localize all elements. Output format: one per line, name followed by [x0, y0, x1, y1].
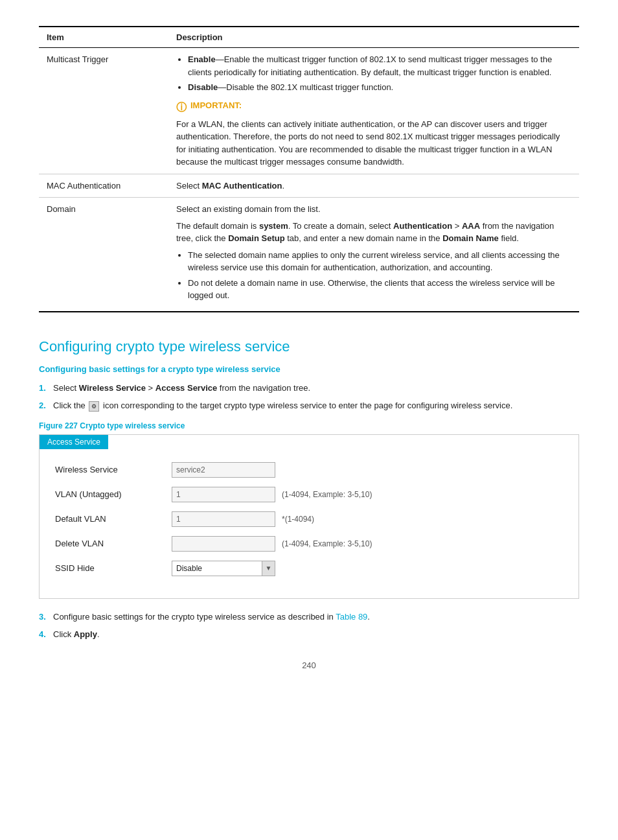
- form-label: Default VLAN: [55, 514, 172, 524]
- delete-vlan-input[interactable]: [172, 536, 275, 552]
- vlan-untagged-input[interactable]: [172, 487, 275, 502]
- form-label: Delete VLAN: [55, 539, 172, 548]
- desc-cell: Enable—Enable the multicast trigger func…: [168, 48, 579, 174]
- figure-tab: Access Service: [40, 435, 108, 449]
- form-hint: (1-4094, Example: 3-5,10): [282, 490, 372, 499]
- form-hint: *(1-4094): [282, 515, 314, 524]
- figure-box: Access Service Wireless Service VLAN (Un…: [39, 434, 579, 599]
- form-row-ssid-hide: SSID Hide Disable ▼: [55, 561, 563, 576]
- step-text: Configure basic settings for the crypto …: [53, 611, 370, 624]
- select-value: Disable: [172, 564, 262, 573]
- form-row-wireless-service: Wireless Service: [55, 462, 563, 478]
- table-row: Multicast Trigger Enable—Enable the mult…: [39, 48, 579, 174]
- ssid-hide-select[interactable]: Disable ▼: [172, 561, 275, 576]
- table-row: MAC Authentication Select MAC Authentica…: [39, 174, 579, 198]
- step-number: 2.: [39, 399, 48, 412]
- important-label: IMPORTANT:: [190, 99, 242, 112]
- table-row: Domain Select an existing domain from th…: [39, 198, 579, 312]
- desc-cell: Select MAC Authentication.: [168, 174, 579, 198]
- steps-list-2: 3. Configure basic settings for the cryp…: [39, 611, 579, 641]
- step-number: 3.: [39, 611, 48, 624]
- col-header-item: Item: [39, 27, 168, 48]
- chevron-down-icon: ▼: [262, 561, 275, 576]
- col-header-desc: Description: [168, 27, 579, 48]
- list-item: 1. Select Wireless Service > Access Serv…: [39, 382, 579, 395]
- figure-caption: Figure 227 Crypto type wireless service: [39, 421, 579, 430]
- step-text: Select Wireless Service > Access Service…: [53, 382, 310, 395]
- form-label: SSID Hide: [55, 563, 172, 573]
- important-icon: ⓘ: [176, 100, 187, 115]
- default-vlan-input[interactable]: [172, 511, 275, 527]
- section-title: Configuring crypto type wireless service: [39, 338, 579, 355]
- form-hint: (1-4094, Example: 3-5,10): [282, 539, 372, 548]
- configure-icon: ⚙: [89, 401, 99, 412]
- form-label: Wireless Service: [55, 465, 172, 474]
- important-text: For a WLAN, the clients can actively ini…: [176, 118, 571, 169]
- step-number: 1.: [39, 382, 48, 395]
- wireless-service-input: [172, 462, 275, 478]
- figure-form: Wireless Service VLAN (Untagged) (1-4094…: [40, 449, 578, 598]
- description-table: Item Description Multicast Trigger Enabl…: [39, 26, 579, 312]
- step-number: 4.: [39, 628, 48, 641]
- item-cell: MAC Authentication: [39, 174, 168, 198]
- form-row-vlan-untagged: VLAN (Untagged) (1-4094, Example: 3-5,10…: [55, 487, 563, 502]
- list-item: 4. Click Apply.: [39, 628, 579, 641]
- page-number: 240: [302, 660, 316, 670]
- list-item: 2. Click the ⚙ icon corresponding to the…: [39, 399, 579, 412]
- step-text: Click Apply.: [53, 628, 100, 641]
- item-cell: Multicast Trigger: [39, 48, 168, 174]
- step-text: Click the ⚙ icon corresponding to the ta…: [53, 399, 512, 412]
- subsection-title: Configuring basic settings for a crypto …: [39, 364, 579, 374]
- list-item: 3. Configure basic settings for the cryp…: [39, 611, 579, 624]
- steps-list: 1. Select Wireless Service > Access Serv…: [39, 382, 579, 412]
- form-row-delete-vlan: Delete VLAN (1-4094, Example: 3-5,10): [55, 536, 563, 552]
- form-row-default-vlan: Default VLAN *(1-4094): [55, 511, 563, 527]
- desc-cell: Select an existing domain from the list.…: [168, 198, 579, 312]
- table-89-link[interactable]: Table 89: [336, 612, 367, 622]
- form-label: VLAN (Untagged): [55, 489, 172, 499]
- page-footer: 240: [39, 660, 579, 670]
- item-cell: Domain: [39, 198, 168, 312]
